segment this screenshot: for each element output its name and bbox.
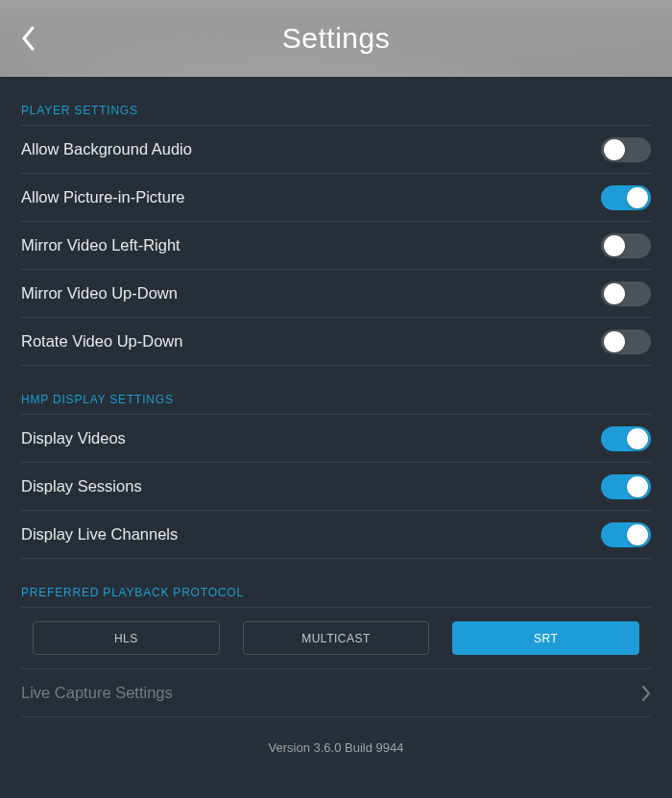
segmented-protocol: HLS MULTICAST SRT	[21, 608, 651, 669]
section-header-player: PLAYER SETTINGS	[21, 104, 651, 126]
version-text: Version 3.6.0 Build 9944	[21, 717, 651, 755]
row-label: Mirror Video Left-Right	[21, 236, 180, 254]
row-label: Display Sessions	[21, 477, 142, 496]
toggle-display-live-channels[interactable]	[601, 522, 651, 547]
row-rotate-up-down: Rotate Video Up-Down	[21, 318, 651, 366]
header-bar: Settings	[0, 0, 672, 77]
section-header-protocol: PREFERRED PLAYBACK PROTOCOL	[21, 586, 651, 608]
page-title: Settings	[282, 22, 390, 55]
row-display-sessions: Display Sessions	[21, 463, 651, 511]
toggle-mirror-up-down[interactable]	[601, 281, 651, 306]
row-label: Display Videos	[21, 429, 126, 447]
toggle-allow-background-audio[interactable]	[601, 137, 651, 162]
row-label: Allow Picture-in-Picture	[21, 188, 185, 206]
toggle-allow-picture-in-picture[interactable]	[601, 185, 651, 210]
toggle-rotate-up-down[interactable]	[601, 329, 651, 354]
row-label: Display Live Channels	[21, 525, 178, 544]
row-label: Rotate Video Up-Down	[21, 332, 182, 351]
nav-row-label: Live Capture Settings	[21, 684, 173, 702]
protocol-option-hls[interactable]: HLS	[33, 621, 220, 655]
row-label: Mirror Video Up-Down	[21, 284, 178, 302]
chevron-right-icon	[641, 685, 651, 702]
row-allow-picture-in-picture: Allow Picture-in-Picture	[21, 174, 651, 222]
row-display-videos: Display Videos	[21, 415, 651, 463]
row-display-live-channels: Display Live Channels	[21, 511, 651, 559]
nav-live-capture-settings[interactable]: Live Capture Settings	[21, 669, 651, 717]
toggle-display-videos[interactable]	[601, 426, 651, 451]
row-label: Allow Background Audio	[21, 140, 192, 158]
chevron-left-icon	[20, 25, 36, 52]
section-header-hmp: HMP DISPLAY SETTINGS	[21, 393, 651, 415]
back-button[interactable]	[13, 19, 42, 58]
protocol-option-srt[interactable]: SRT	[452, 621, 639, 655]
toggle-mirror-left-right[interactable]	[601, 233, 651, 258]
content: PLAYER SETTINGS Allow Background Audio A…	[0, 77, 672, 755]
row-mirror-up-down: Mirror Video Up-Down	[21, 270, 651, 318]
row-allow-background-audio: Allow Background Audio	[21, 126, 651, 174]
row-mirror-left-right: Mirror Video Left-Right	[21, 222, 651, 270]
protocol-option-multicast[interactable]: MULTICAST	[243, 621, 430, 655]
toggle-display-sessions[interactable]	[601, 474, 651, 499]
